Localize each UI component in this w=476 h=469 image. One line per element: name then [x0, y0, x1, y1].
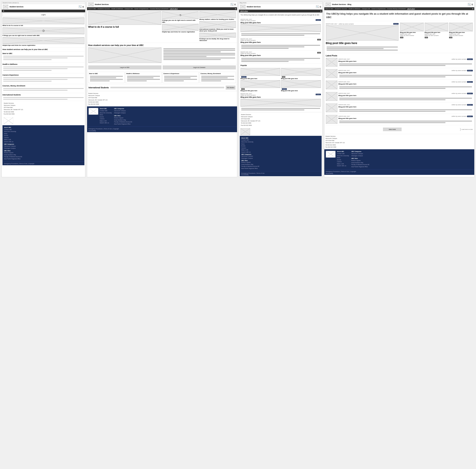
- side-post-3[interactable]: Blog post title goes here MONTH DAY, 201…: [449, 23, 473, 51]
- search-icon[interactable]: 🔍: [79, 5, 81, 8]
- section-health[interactable]: Health & Wellness: [2, 62, 84, 65]
- footer-link-okanagan[interactable]: Okanagan Campus: [4, 147, 83, 150]
- blog-nav-career[interactable]: Career & Experiences: [371, 8, 385, 10]
- footer-search[interactable]: Search UBC.ca: [100, 122, 112, 124]
- blog-featured-post[interactable]: MONTH DAY, 2017 written by name surname …: [326, 23, 398, 51]
- latest-post-5[interactable]: MONTH DAY, 2017 written by name surname …: [326, 103, 473, 114]
- blog-footer-vancouver[interactable]: Vancouver Campus: [241, 155, 320, 157]
- footer-robson[interactable]: Robson Square: [114, 117, 132, 119]
- footer-link-northern[interactable]: Great Northern Way: [4, 154, 83, 156]
- emergency-link[interactable]: Emergency Procedures: [4, 163, 18, 164]
- blog-footer-northern[interactable]: Great Northern Way: [241, 164, 320, 166]
- accessibility[interactable]: Accessibility: [89, 130, 236, 131]
- blog-footer-medicine[interactable]: Faculty of Medicine Across BC: [351, 164, 369, 166]
- blog-footer-asia[interactable]: Asia Pacific Regional Office: [241, 168, 320, 170]
- footer-northern[interactable]: Great Northern Way: [114, 119, 132, 121]
- side-post-2[interactable]: Blog post title goes here MONTH DAY, 201…: [425, 23, 448, 51]
- section-courses[interactable]: Courses, Money, Enrolment: [2, 84, 84, 87]
- footer-link-robson[interactable]: Robson Square: [4, 152, 83, 154]
- blog-footer-medicine[interactable]: Faculty of Medicine Across BC: [241, 166, 320, 168]
- blog-footer-news[interactable]: News: [241, 143, 320, 145]
- blog-footer-events[interactable]: Events: [241, 145, 320, 147]
- latest-post-4[interactable]: MONTH DAY, 2017 written by name surname …: [326, 92, 473, 102]
- blog-nav-health[interactable]: Health & Wellness: [349, 8, 360, 10]
- blog-nav-academic[interactable]: Academic Success: [335, 8, 347, 10]
- footer-link-vancouver[interactable]: Vancouver Campus: [4, 145, 83, 147]
- featured-title-3[interactable]: Helpful tips and tricks for course regis…: [2, 44, 84, 46]
- blog-mobile-search[interactable]: 🔍: [316, 5, 319, 8]
- latest-post-6[interactable]: MONTH DAY, 2017 written by name surname …: [326, 115, 473, 125]
- terms-of-use[interactable]: Terms of Use: [104, 128, 112, 130]
- popular-post-2[interactable]: Staff Blog post title goes here: [281, 68, 321, 80]
- view-more-button[interactable]: view more: [383, 128, 401, 131]
- footer-link-contact[interactable]: Contact UBC: [4, 129, 83, 131]
- footer-contact[interactable]: Contact UBC: [100, 110, 112, 112]
- blog-footer-northern[interactable]: Great Northern Way: [351, 162, 369, 164]
- cat-new-ubc[interactable]: New to UBC: [88, 72, 125, 83]
- blog-footer-about-uni[interactable]: About the University: [337, 155, 349, 157]
- blog-footer-vancouver[interactable]: Vancouver Campus: [351, 153, 369, 155]
- nav-career[interactable]: Career & Experiences: [134, 8, 148, 10]
- blog-footer-careers[interactable]: Careers: [337, 161, 349, 163]
- footer-link-news[interactable]: News: [4, 133, 83, 135]
- latest-post-1[interactable]: MONTH DAY, 2017 written by name surname …: [326, 58, 473, 68]
- blog-footer-about-uni[interactable]: About the University: [241, 141, 320, 143]
- footer-okanagan[interactable]: Okanagan Campus: [114, 112, 132, 114]
- hero-side-text-5[interactable]: Fentanyl can be deadly: Be drug smart in…: [199, 38, 236, 42]
- terms-link[interactable]: Terms of Use: [19, 163, 27, 164]
- nav-courses[interactable]: Courses Money & Enrolment: [150, 8, 168, 10]
- footer-asia[interactable]: Asia Pacific Regional Office: [114, 123, 132, 125]
- latest-post-2[interactable]: MONTH DAY, 2017 written by name surname …: [326, 69, 473, 80]
- blog-nav-campus[interactable]: Campus Life: [362, 8, 370, 10]
- nav-new-ubc[interactable]: New to UBC: [88, 8, 96, 10]
- blog-terms-link[interactable]: Terms of Use: [341, 171, 349, 172]
- ssc-login-button[interactable]: Log in to SSC: [88, 66, 161, 69]
- section-careers[interactable]: Careers Experience: [2, 73, 84, 76]
- blog-accessibility[interactable]: Accessibility: [241, 174, 320, 175]
- footer-careers[interactable]: Careers: [100, 118, 112, 120]
- blog-mobile-menu[interactable]: ☰: [319, 6, 321, 8]
- connect-login-button[interactable]: Log in to Connect: [163, 66, 236, 69]
- featured-title-1[interactable]: What to do if a course is full: [2, 25, 84, 27]
- blog-post-3[interactable]: MONTH DAY, 2017 written by name surname …: [240, 50, 322, 64]
- footer-vancouver[interactable]: Vancouver Campus: [114, 110, 132, 112]
- footer-link-events[interactable]: Events: [4, 135, 83, 137]
- blog-footer-asia[interactable]: Asia Pacific Regional Office: [351, 166, 369, 168]
- footer-link-medicine[interactable]: Faculty of Medicine Across BC: [4, 156, 83, 158]
- blog-nav-courses[interactable]: Courses Money & Enrolment: [387, 8, 406, 10]
- blog-nav-arrow[interactable]: ◀: [320, 10, 321, 12]
- blog-footer-okanagan[interactable]: Okanagan Campus: [241, 157, 320, 159]
- latest-post-3[interactable]: MONTH DAY, 2017 written by name surname …: [326, 81, 473, 91]
- blog-copyright-link[interactable]: Copyright: [350, 171, 356, 172]
- desktop-search-icon[interactable]: 🔍: [231, 3, 233, 6]
- blog-terms[interactable]: Terms of Use: [257, 173, 265, 174]
- copyright-link[interactable]: Copyright: [29, 163, 34, 164]
- blog-footer-search-ubc[interactable]: Search UBC.ca: [337, 165, 349, 167]
- blog-post-1[interactable]: MONTH DAY, 2017 written by name surname …: [240, 18, 322, 38]
- popular-post-4[interactable]: Student Blog post title goes here: [281, 80, 321, 92]
- isg-button[interactable]: ISG Button: [226, 86, 236, 90]
- cat-careers[interactable]: Careers & Experience: [162, 72, 199, 83]
- nav-blog[interactable]: UBCfyi Blog: [170, 8, 178, 10]
- nav-arrow[interactable]: ◀: [235, 8, 236, 10]
- nav-academic[interactable]: Academic Success: [98, 8, 110, 10]
- blog-nav-new[interactable]: New to UBC: [325, 8, 333, 10]
- blog-footer-robson[interactable]: Robson Square: [241, 161, 320, 164]
- blog-footer-contact[interactable]: Contact UBC: [241, 139, 320, 141]
- nav-back-arrow[interactable]: ◀: [3, 10, 4, 12]
- hero-side-text-2[interactable]: Helpful tips and tricks for course regis…: [162, 31, 199, 33]
- blog-footer-okanagan[interactable]: Okanagan Campus: [351, 155, 369, 157]
- blog-emergency[interactable]: Emergency Procedures: [241, 173, 255, 174]
- cat-courses[interactable]: Courses, Money, Enrolment: [200, 72, 236, 83]
- featured-title-2[interactable]: 5 things you can do right now to connect…: [2, 35, 84, 36]
- footer-link-about[interactable]: About the University: [4, 131, 83, 133]
- blog-post-4[interactable]: MONTH DAY, 2017 written by name surname …: [240, 92, 322, 112]
- blog-post-2[interactable]: MONTH DAY, 2017 written by name surname …: [240, 37, 322, 50]
- popular-post-1[interactable]: Student Blog post title goes here: [240, 68, 280, 80]
- footer-link-asia[interactable]: Asia Pacific Regional Office: [4, 158, 83, 160]
- blog-footer-search[interactable]: Search UBC.ca: [241, 151, 320, 153]
- footer-gift[interactable]: Make a Gift: [100, 120, 112, 122]
- blog-desktop-menu[interactable]: ☰: [471, 3, 473, 6]
- blog-desktop-search-icon[interactable]: 🔍: [468, 3, 471, 6]
- blog-nav-blog[interactable]: UBCfyi Blog: [407, 8, 415, 10]
